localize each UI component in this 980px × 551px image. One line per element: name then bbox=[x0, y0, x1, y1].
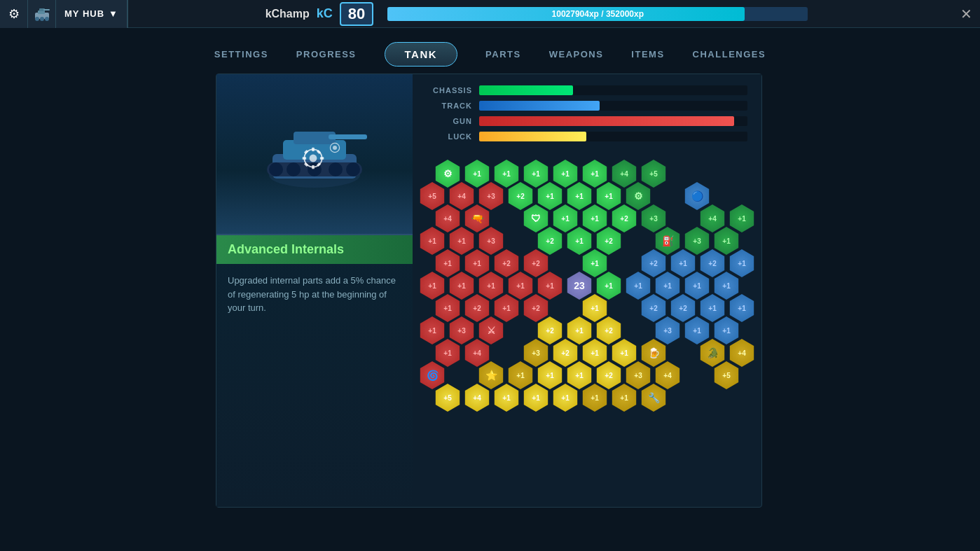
hex-cell[interactable]: +1 bbox=[581, 384, 609, 412]
hex-cell[interactable]: +5 bbox=[434, 384, 462, 412]
close-button[interactable]: ✕ bbox=[952, 0, 980, 28]
chassis-stat: CHASSIS bbox=[427, 85, 747, 95]
hex-cell[interactable]: +1 bbox=[551, 384, 579, 412]
nav-parts[interactable]: PARTS bbox=[485, 49, 521, 60]
svg-rect-11 bbox=[329, 134, 367, 139]
hex-cell[interactable]: 🔧 bbox=[640, 384, 668, 412]
svg-point-5 bbox=[40, 17, 44, 21]
luck-stat: LUCK bbox=[427, 132, 747, 141]
hex-grid-wrapper: ⚙ +1 +1 +1 +1 +1 +4 +5 +5 +4 +3 +2 +1 +1 bbox=[418, 160, 756, 412]
chassis-label: CHASSIS bbox=[427, 86, 472, 95]
username: kChamp bbox=[265, 8, 310, 20]
svg-rect-22 bbox=[303, 157, 306, 160]
svg-point-6 bbox=[45, 17, 49, 21]
svg-rect-3 bbox=[43, 9, 50, 11]
myhub-button[interactable]: MY HUB ▼ bbox=[56, 0, 128, 28]
chassis-bar-bg bbox=[479, 85, 747, 95]
luck-label: LUCK bbox=[427, 132, 472, 141]
nav-tank[interactable]: TANK bbox=[385, 42, 458, 67]
username-area: kChamp kC 80 10027904xp / 352000xp bbox=[128, 2, 952, 26]
svg-point-19 bbox=[310, 155, 317, 162]
nav-challenges[interactable]: CHALLENGES bbox=[693, 49, 766, 60]
svg-point-17 bbox=[346, 162, 360, 176]
left-panel: Advanced Internals Upgraded internal par… bbox=[216, 74, 413, 507]
gun-stat: GUN bbox=[427, 116, 747, 126]
myhub-label: MY HUB bbox=[64, 8, 104, 19]
gear-button[interactable]: ⚙ bbox=[0, 0, 28, 28]
nav-weapons[interactable]: WEAPONS bbox=[549, 49, 604, 60]
svg-rect-20 bbox=[312, 148, 315, 151]
track-stat: TRACK bbox=[427, 101, 747, 111]
track-bar-fill bbox=[479, 101, 600, 111]
hex-cell[interactable]: +4 bbox=[463, 384, 491, 412]
main-panel: Advanced Internals Upgraded internal par… bbox=[216, 74, 762, 508]
track-label: TRACK bbox=[427, 102, 472, 110]
gear-icon: ⚙ bbox=[8, 6, 20, 22]
nav-bar: SETTINGS PROGRESS TANK PARTS WEAPONS ITE… bbox=[0, 28, 980, 74]
nav-settings[interactable]: SETTINGS bbox=[214, 49, 268, 60]
kc-currency-icon: kC bbox=[317, 6, 333, 21]
svg-point-4 bbox=[35, 17, 39, 21]
gun-bar-bg bbox=[479, 116, 747, 126]
dropdown-icon: ▼ bbox=[109, 8, 118, 19]
svg-rect-21 bbox=[312, 165, 315, 169]
gun-label: GUN bbox=[427, 117, 472, 125]
chassis-bar-fill bbox=[479, 85, 573, 95]
stats-area: CHASSIS TRACK GUN LUCK bbox=[413, 74, 761, 155]
hex-cell[interactable]: +1 bbox=[610, 384, 638, 412]
topbar: ⚙ MY HUB ▼ kChamp kC 80 10027904xp / 352… bbox=[0, 0, 980, 28]
item-name: Advanced Internals bbox=[216, 235, 413, 264]
tank-display bbox=[216, 74, 413, 235]
item-description: Upgraded internal parts add a 5% chance … bbox=[216, 264, 413, 325]
close-icon: ✕ bbox=[960, 6, 972, 22]
svg-point-29 bbox=[333, 146, 337, 150]
luck-bar-fill bbox=[479, 132, 586, 141]
track-bar-bg bbox=[479, 101, 747, 111]
svg-point-16 bbox=[329, 162, 343, 176]
hex-cell[interactable]: +1 bbox=[492, 384, 520, 412]
level-badge: 80 bbox=[340, 2, 373, 26]
hex-cell[interactable]: +1 bbox=[522, 384, 550, 412]
svg-point-13 bbox=[269, 162, 283, 176]
hex-grid: .hex-grid-svg { width: 100%; } ⚙ +1 +1 +… bbox=[413, 155, 761, 507]
tank-small-icon bbox=[32, 7, 52, 21]
nav-items[interactable]: ITEMS bbox=[631, 49, 664, 60]
right-panel: CHASSIS TRACK GUN LUCK bbox=[413, 74, 761, 507]
gun-bar-fill bbox=[479, 116, 734, 126]
svg-point-14 bbox=[287, 162, 301, 176]
luck-bar-bg bbox=[479, 132, 747, 141]
svg-rect-23 bbox=[320, 157, 324, 160]
nav-progress[interactable]: PROGRESS bbox=[296, 49, 357, 60]
xp-bar: 10027904xp / 352000xp bbox=[387, 7, 808, 21]
xp-text: 10027904xp / 352000xp bbox=[552, 9, 644, 19]
tank-icon-button[interactable] bbox=[28, 0, 56, 28]
tank-illustration bbox=[251, 105, 378, 203]
